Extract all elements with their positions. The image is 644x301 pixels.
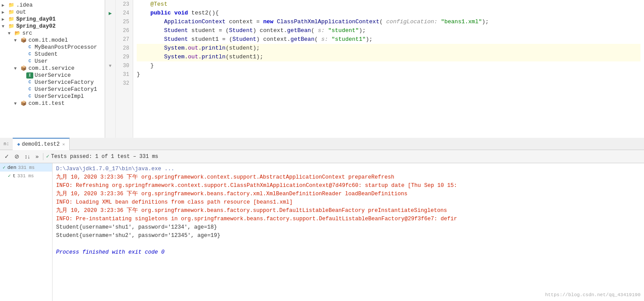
code-29-println: println: [202, 53, 226, 61]
line-num-28: 28: [119, 44, 129, 53]
run-item-den[interactable]: ✓ den 331 ms: [0, 163, 52, 172]
code-line-27: Student student1 = (Student) context.get…: [137, 35, 640, 44]
line-num-23: 23: [119, 0, 129, 9]
folder-icon: 📁: [8, 2, 15, 8]
output-line-5: INFO: Loading XML bean definitions from …: [56, 198, 640, 207]
code-26-indent: [137, 26, 164, 35]
code-24-p3: test2(){: [188, 9, 219, 18]
run-output-panel: D:\Java\jdk1.7.0_17\bin\java.exe ... 九月 …: [53, 163, 644, 301]
tree-arrow-com-it-test: ▼: [14, 101, 20, 106]
sidebar-item-userservice[interactable]: I UserService: [0, 72, 105, 79]
src-icon: 📂: [14, 30, 21, 36]
run-toolbar: ✓ ⊘ ↕↓ » ✓ Tests passed: 1 of 1 test – 3…: [0, 150, 644, 163]
code-26-student: Student: [164, 26, 188, 35]
code-line-32: [137, 79, 640, 88]
tab-icon: ◆: [17, 141, 20, 147]
output-line-4: 九月 10, 2020 3:23:36 下午 org.springframewo…: [56, 190, 640, 198]
java-class-icon: C: [26, 44, 33, 50]
output-line-7: INFO: Pre-instantiating singletons in or…: [56, 215, 640, 223]
code-25-str: "beans1.xml": [441, 18, 482, 26]
sidebar-item-userservicefactory1[interactable]: C UserServiceFactory1: [0, 86, 105, 93]
sidebar-item-src[interactable]: ▼ 📂 src: [0, 30, 105, 37]
code-32-empty: [137, 79, 140, 88]
sidebar-item-mybeanpostprocessor[interactable]: C MyBeanPostProcessor: [0, 44, 105, 51]
code-28-out: out: [188, 44, 198, 53]
code-27-getbean: getBean: [290, 35, 315, 44]
code-27-p5: );: [366, 35, 373, 44]
output-line-6: 九月 10, 2020 3:23:36 下午 org.springframewo…: [56, 207, 640, 215]
sidebar-label-userservicefactory: UserServiceFactory: [35, 79, 94, 86]
run-item-t[interactable]: ✓ t 331 ms: [0, 172, 52, 180]
sidebar-item-com-it-service[interactable]: ▼ 📦 com.it.service: [0, 65, 105, 72]
code-25-hint: configLocation:: [386, 18, 438, 26]
tab-demo01-test2[interactable]: ◆ demo01.test2 ✕: [13, 138, 70, 150]
code-line-26: Student student = (Student) context.getB…: [137, 26, 640, 35]
code-26-hint: s:: [318, 26, 325, 35]
code-24-p2: [171, 9, 174, 18]
code-24-kw: public: [150, 9, 171, 18]
run-time-den: 331 ms: [18, 165, 35, 170]
output-line-3: INFO: Refreshing org.springframework.con…: [56, 182, 640, 190]
code-27-p2: ) context.: [256, 35, 290, 44]
run-time-t: 331 ms: [18, 173, 34, 179]
code-26-p4: [325, 26, 328, 35]
code-line-25: ApplicationContext context = new ClassPa…: [137, 18, 640, 26]
sidebar-item-spring-day01[interactable]: ▶ 📁 Spring_day01: [0, 16, 105, 23]
sidebar-item-out[interactable]: ▶ 📁 out: [0, 9, 105, 16]
tree-arrow-idea: ▶: [2, 3, 8, 8]
code-line-31: }: [137, 70, 640, 79]
output-line-8: Student{username='shu1', password='1234'…: [56, 223, 640, 232]
code-25-ac: ApplicationContext: [164, 18, 225, 26]
sidebar-item-spring-day02[interactable]: ▼ 📁 Spring_day02: [0, 23, 105, 30]
line-num-26: 26: [119, 26, 129, 35]
run-more-button[interactable]: »: [34, 152, 40, 161]
tab-bar: n: ◆ demo01.test2 ✕: [0, 138, 644, 150]
pass-icon: ✓: [46, 153, 49, 160]
run-check-button[interactable]: ✓: [3, 152, 11, 161]
gutter-28: [105, 44, 115, 53]
run-stop-button[interactable]: ⊘: [13, 152, 21, 161]
run-left-panel: ✓ den 331 ms ✓ t 331 ms: [0, 163, 53, 301]
code-29-p: (student1);: [226, 53, 263, 61]
code-25-classpathxml: ClassPathXmlApplicationContext: [277, 18, 379, 26]
gutter-26: [105, 26, 115, 35]
java-class-icon: C: [26, 86, 33, 93]
code-26-p2: ) context.: [253, 26, 287, 35]
code-27-cast: Student: [232, 35, 256, 44]
code-26-p5: );: [359, 26, 366, 35]
output-line-11: Process finished with exit code 0: [56, 248, 640, 257]
gutter-31: [105, 70, 115, 79]
sidebar-item-com-it-test[interactable]: ▼ 📦 com.it.test: [0, 100, 105, 107]
package-icon: 📦: [20, 65, 27, 72]
sidebar-item-student[interactable]: C Student: [0, 51, 105, 58]
folder-icon: 📁: [8, 23, 15, 29]
sidebar-label-userserviceimpl: UserServiceImpl: [35, 93, 84, 100]
tab-close-button[interactable]: ✕: [62, 142, 65, 147]
output-line-9: Student{username='shu2', password='12345…: [56, 232, 640, 240]
sidebar-item-user[interactable]: C User: [0, 58, 105, 65]
sidebar-label-spring-day01: Spring_day01: [16, 16, 56, 22]
code-26-cast: Student: [229, 26, 253, 35]
fold-icon-30[interactable]: ▼: [109, 64, 111, 68]
sidebar-item-idea[interactable]: ▶ 📁 .idea: [0, 2, 105, 9]
code-27-p4: [328, 35, 332, 44]
sidebar-item-userserviceimpl[interactable]: C UserServiceImpl: [0, 93, 105, 100]
sidebar-label-user: User: [35, 58, 48, 64]
code-27-str: "student1": [332, 35, 366, 44]
code-editor[interactable]: @Test public void test2(){ ApplicationCo…: [133, 0, 644, 138]
line-num-31: 31: [119, 70, 129, 79]
code-25-indent: [137, 18, 164, 26]
gutter-24[interactable]: ▶: [105, 9, 115, 18]
editor-area: ▶ ▼ 23 24 25 26 27 28 2: [105, 0, 644, 138]
line-num-24: 24: [119, 9, 129, 18]
code-27-p3: (: [315, 35, 322, 44]
sidebar-label-mybpp: MyBeanPostProcessor: [35, 44, 97, 50]
sidebar-item-userservicefactory[interactable]: C UserServiceFactory: [0, 79, 105, 86]
sidebar-item-com-it-model[interactable]: ▼ 📦 com.it.model: [0, 37, 105, 44]
editor-gutter: ▶ ▼: [105, 0, 116, 138]
gutter-29: [105, 53, 115, 61]
toolbar-separator: [43, 153, 43, 160]
run-sort-button[interactable]: ↕↓: [23, 152, 32, 161]
run-test-icon[interactable]: ▶: [109, 10, 112, 17]
code-24-plain: [137, 9, 150, 18]
